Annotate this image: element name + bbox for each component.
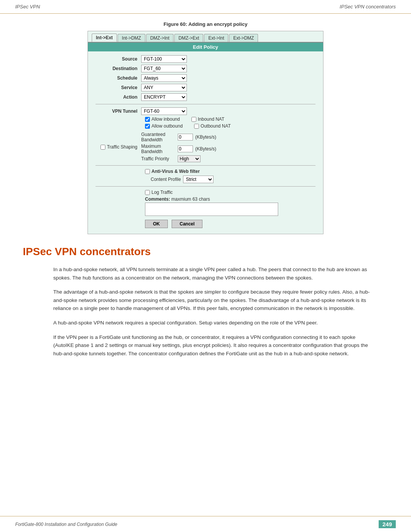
paragraph-3: A hub-and-spoke VPN network requires a s…: [53, 319, 373, 327]
paragraph-4: If the VPN peer is a FortiGate unit func…: [53, 333, 373, 358]
guaranteed-bandwidth-row: Guaranteed Bandwidth (KBytes/s): [141, 132, 216, 142]
inbound-nat-label[interactable]: Inbound NAT: [191, 117, 225, 122]
content-profile-label: Content Profile: [151, 177, 181, 182]
allow-inbound-checkbox[interactable]: [145, 117, 150, 122]
schedule-label: Schedule: [96, 75, 141, 81]
content-profile-row: Content Profile Strict: [151, 176, 315, 183]
tab-ext-int[interactable]: Ext->Int: [204, 34, 228, 42]
action-label: Action: [96, 94, 141, 100]
traffic-priority-row: Traffic Priority High: [141, 155, 216, 162]
tab-int-dmz[interactable]: Int->DMZ: [118, 34, 145, 42]
service-row: Service ANY: [96, 84, 315, 91]
destination-row: Destination FGT_60: [96, 65, 315, 72]
page-footer: FortiGate-800 Installation and Configura…: [0, 516, 411, 532]
allow-inbound-row: Allow inbound Inbound NAT: [145, 117, 315, 122]
tab-dmz-int[interactable]: DMZ->Int: [146, 34, 174, 42]
antivirus-checkbox[interactable]: [145, 169, 150, 174]
service-select[interactable]: ANY: [141, 84, 187, 91]
edit-policy-panel: Edit Policy Source FGT-100 Destination F…: [88, 42, 323, 234]
traffic-shaping-row: Traffic Shaping Guaranteed Bandwidth (KB…: [96, 132, 315, 162]
divider-1: [96, 104, 315, 104]
antivirus-section: Anti-Virus & Web filter Content Profile …: [96, 169, 315, 183]
traffic-shaping-label-area: Traffic Shaping: [96, 144, 141, 150]
action-select[interactable]: ENCRYPT: [141, 93, 187, 101]
vpn-tunnel-row: VPN Tunnel FGT-60: [96, 107, 315, 115]
traffic-priority-select[interactable]: High: [178, 155, 201, 162]
content-profile-select[interactable]: Strict: [183, 176, 213, 183]
allow-outbound-checkbox[interactable]: [145, 124, 150, 129]
footer-left: FortiGate-800 Installation and Configura…: [15, 522, 117, 527]
allow-inbound-label[interactable]: Allow inbound: [145, 117, 180, 122]
guaranteed-bandwidth-input[interactable]: [178, 134, 193, 141]
destination-value: FGT_60: [141, 65, 187, 72]
paragraph-1: In a hub-and-spoke network, all VPN tunn…: [53, 265, 373, 282]
guaranteed-unit: (KBytes/s): [195, 134, 216, 140]
header-left: IPSec VPN: [15, 4, 40, 10]
page-header: IPSec VPN IPSec VPN concentrators: [0, 0, 411, 14]
divider-3: [96, 186, 315, 187]
schedule-select[interactable]: Always: [141, 74, 187, 82]
ok-button[interactable]: OK: [145, 220, 168, 228]
comments-label: Comments: maxmium 63 chars: [145, 197, 210, 202]
tabs-row: Int->Ext Int->DMZ DMZ->Int DMZ->Ext Ext-…: [88, 31, 323, 42]
destination-select[interactable]: FGT_60: [141, 65, 187, 72]
divider-2: [96, 165, 315, 166]
maximum-bandwidth-label: Maximum Bandwidth: [141, 144, 175, 154]
comments-textarea[interactable]: [145, 203, 278, 216]
action-value: ENCRYPT: [141, 93, 187, 101]
log-traffic-label: Log Traffic: [151, 190, 173, 195]
log-traffic-row: Log Traffic: [145, 190, 315, 195]
maximum-unit: (KBytes/s): [195, 146, 216, 152]
figure-caption: Figure 60: Adding an encrypt policy: [23, 21, 388, 27]
button-row: OK Cancel: [145, 220, 315, 228]
schedule-row: Schedule Always: [96, 74, 315, 82]
inbound-nat-checkbox[interactable]: [191, 117, 196, 122]
source-value: FGT-100: [141, 55, 187, 63]
outbound-nat-label[interactable]: Outbound NAT: [194, 123, 231, 129]
vpn-tunnel-label: VPN Tunnel: [96, 109, 141, 114]
source-row: Source FGT-100: [96, 55, 315, 63]
tab-ext-dmz[interactable]: Ext->DMZ: [229, 34, 258, 42]
allow-outbound-row: Allow outbound Outbound NAT: [145, 123, 315, 129]
maximum-bandwidth-input[interactable]: [178, 145, 193, 152]
tab-int-ext[interactable]: Int->Ext: [92, 34, 117, 42]
log-section: Log Traffic: [96, 190, 315, 195]
source-select[interactable]: FGT-100: [141, 55, 187, 63]
header-right: IPSec VPN concentrators: [340, 4, 396, 10]
outbound-nat-checkbox[interactable]: [194, 124, 199, 129]
comments-row: Comments: maxmium 63 chars: [145, 197, 315, 216]
traffic-shaping-label[interactable]: Traffic Shaping: [96, 144, 137, 150]
service-label: Service: [96, 85, 141, 90]
traffic-shaping-inner: Guaranteed Bandwidth (KBytes/s) Maximum …: [141, 132, 216, 162]
section-heading: IPSec VPN concentrators: [23, 246, 388, 258]
traffic-shaping-checkbox[interactable]: [100, 145, 105, 150]
policy-dialog: Int->Ext Int->DMZ DMZ->Int DMZ->Ext Ext-…: [88, 31, 323, 234]
cancel-button[interactable]: Cancel: [172, 220, 202, 228]
main-content: Figure 60: Adding an encrypt policy Int-…: [0, 14, 411, 387]
policy-title-bar: Edit Policy: [88, 43, 323, 51]
maximum-bandwidth-row: Maximum Bandwidth (KBytes/s): [141, 144, 216, 154]
footer-right: 249: [379, 520, 396, 528]
service-value: ANY: [141, 84, 187, 91]
action-row: Action ENCRYPT: [96, 93, 315, 101]
tab-dmz-ext[interactable]: DMZ->Ext: [174, 34, 203, 42]
antivirus-label: Anti-Virus & Web filter: [151, 169, 200, 174]
log-traffic-checkbox[interactable]: [145, 190, 150, 195]
allow-outbound-label[interactable]: Allow outbound: [145, 123, 183, 129]
traffic-priority-label: Traffic Priority: [141, 156, 175, 161]
guaranteed-bandwidth-label: Guaranteed Bandwidth: [141, 132, 175, 142]
schedule-value: Always: [141, 74, 187, 82]
paragraph-2: The advantage of a hub-and-spoke network…: [53, 288, 373, 313]
antivirus-checkbox-row: Anti-Virus & Web filter: [145, 169, 315, 174]
destination-label: Destination: [96, 66, 141, 71]
vpn-tunnel-select[interactable]: FGT-60: [141, 107, 187, 115]
source-label: Source: [96, 56, 141, 62]
vpn-tunnel-value: FGT-60: [141, 107, 187, 115]
